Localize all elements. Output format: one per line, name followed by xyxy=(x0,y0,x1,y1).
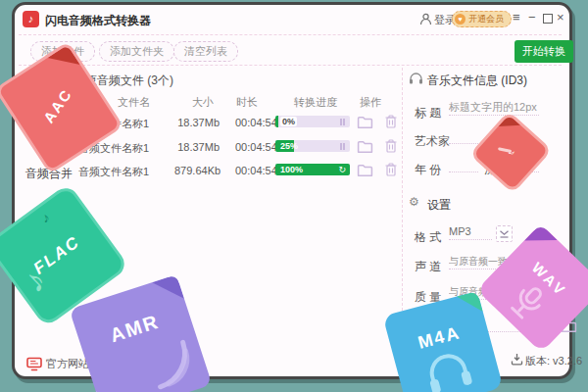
col-header-size: 大小 xyxy=(192,95,214,110)
open-folder-icon[interactable] xyxy=(357,140,373,154)
delete-icon[interactable] xyxy=(384,163,398,176)
headphones-icon xyxy=(409,72,423,84)
file-size: 879.64Kb xyxy=(174,165,220,176)
progress-bar: 0% ↻ xyxy=(275,116,350,127)
minimize-icon[interactable]: − xyxy=(528,11,536,24)
folded-corner xyxy=(499,115,521,137)
website-link-label: 官方网站 xyxy=(46,357,89,371)
col-header-duration: 时长 xyxy=(236,95,258,110)
col-header-name: 文件名 xyxy=(118,95,150,110)
sticker-flac-label: FLAC xyxy=(12,219,103,292)
sticker-aac-label: AAC xyxy=(27,68,88,145)
id3-section-title: 音乐文件信息 (ID3) xyxy=(427,73,527,89)
progress-fill xyxy=(275,116,278,127)
progress-label: 25% xyxy=(280,141,298,151)
headphones-icon xyxy=(420,348,478,392)
chevron-down-icon xyxy=(500,230,509,238)
title-field[interactable]: 标题文字用的12px xyxy=(449,100,539,116)
version-icon xyxy=(511,353,523,366)
refresh-icon[interactable]: ↻ xyxy=(338,165,346,174)
format-label: 格 式 xyxy=(415,229,441,246)
format-dropdown-arrow[interactable] xyxy=(496,225,513,242)
progress-label: 0% xyxy=(280,117,297,126)
artist-field-label: 艺术家 xyxy=(415,133,450,150)
desktop: ♪ 闪电音频格式转换器 登录 ♥ 开通会员 ≡ − × 添加文件 添加文件夹 清… xyxy=(0,0,588,392)
delete-icon[interactable] xyxy=(384,139,398,153)
signal-arcs-icon xyxy=(142,335,199,392)
app-title: 闪电音频格式转换器 xyxy=(45,13,151,29)
toolbar-divider xyxy=(19,65,562,66)
sticker-m4a-label: M4A xyxy=(389,316,489,361)
year-field[interactable] xyxy=(449,157,478,172)
clear-list-button[interactable]: 清空列表 xyxy=(173,41,238,62)
format-select[interactable]: MP3 xyxy=(449,224,492,240)
col-header-actions: 操作 xyxy=(360,95,381,110)
delete-icon[interactable] xyxy=(384,115,398,128)
heart-icon: ♥ xyxy=(455,14,466,24)
sticker-mark xyxy=(498,147,512,153)
monitor-icon xyxy=(26,357,42,371)
menu-icon[interactable]: ≡ xyxy=(513,11,520,24)
website-link[interactable]: 官方网站 xyxy=(26,355,42,372)
col-header-progress: 转换进度 xyxy=(294,95,337,110)
app-logo-icon: ♪ xyxy=(23,11,39,27)
version-text: 版本: v3.2.6 xyxy=(525,354,582,368)
file-duration: 00:04:54 xyxy=(235,117,277,128)
progress-label: 100% xyxy=(280,165,303,174)
channel-label: 声 道 xyxy=(415,259,441,275)
title-field-label: 标 题 xyxy=(415,105,441,122)
pause-icon[interactable] xyxy=(340,119,345,125)
progress-bar: 25% ↻ xyxy=(275,140,350,152)
settings-section-title: 设置 xyxy=(427,197,451,214)
add-folder-button[interactable]: 添加文件夹 xyxy=(99,41,174,62)
vip-badge[interactable]: ♥ 开通会员 xyxy=(452,11,512,27)
file-name: 音频文件名称1 xyxy=(78,165,149,179)
open-folder-icon[interactable] xyxy=(357,116,373,129)
file-size: 18.37Mb xyxy=(174,117,220,128)
pause-icon[interactable] xyxy=(340,143,345,150)
open-folder-icon[interactable] xyxy=(357,164,373,177)
file-size: 18.37Mb xyxy=(174,141,220,153)
music-note-icon: ♪ xyxy=(40,209,52,225)
user-icon xyxy=(419,13,432,25)
year-field-label: 年 份 xyxy=(415,162,441,178)
file-duration: 00:04:54 xyxy=(235,141,277,153)
gear-icon: ⚙ xyxy=(409,195,419,209)
file-duration: 00:04:54 xyxy=(235,165,277,176)
titlebar-divider xyxy=(19,34,562,35)
start-convert-button[interactable]: 开始转换 xyxy=(514,40,573,63)
vip-badge-label: 开通会员 xyxy=(468,13,504,25)
maximize-icon[interactable] xyxy=(543,14,553,24)
close-icon[interactable]: × xyxy=(557,11,564,24)
music-note-glyph: ♪ xyxy=(28,13,34,24)
folded-corner xyxy=(96,382,133,392)
progress-bar: 100% ↻ xyxy=(275,164,350,175)
